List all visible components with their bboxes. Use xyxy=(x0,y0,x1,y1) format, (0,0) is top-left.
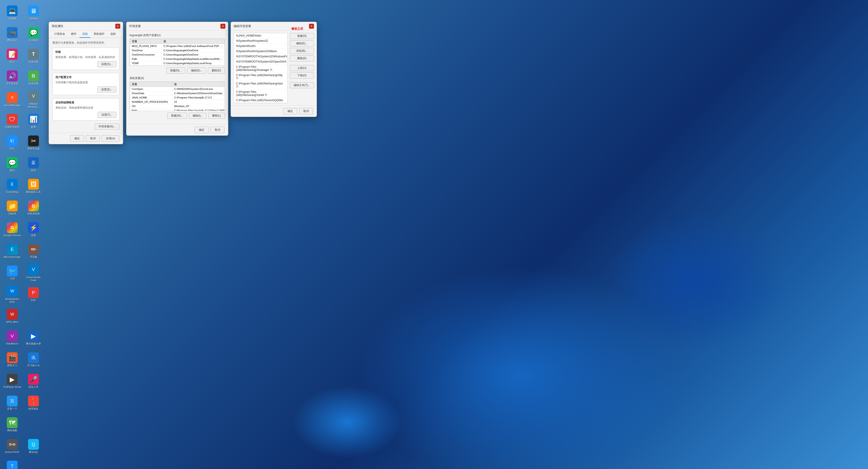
edit-edittext-btn[interactable]: 编辑文本(T)... xyxy=(290,82,314,88)
sys-var-row[interactable]: DriverDataC:\Windows\System32\Drivers\Dr… xyxy=(130,91,225,96)
tab-remote[interactable]: 远程 xyxy=(107,31,119,38)
desktop-icon-map[interactable]: 🗺 网络地图 xyxy=(2,414,22,435)
edit-movedown-btn[interactable]: 下移(O) xyxy=(290,72,314,78)
sys-var-row[interactable]: PathC:\Program Files\Java\jdk-17.0.5\bin… xyxy=(130,108,225,111)
sys-var-row[interactable]: JAVA_HOMEC:\Program Files\Java\jdk-17.0.… xyxy=(130,96,225,100)
sysprops-cancel-btn[interactable]: 取消 xyxy=(86,135,100,142)
desktop-icon-pdf[interactable]: P PDF xyxy=(23,284,43,305)
user-edit-btn[interactable]: 编辑(E)... xyxy=(187,68,206,74)
sysprops-apply-btn[interactable]: 应用(A) xyxy=(102,135,119,142)
edit-env-list-item[interactable]: %SystemRoot%\system32 xyxy=(234,38,287,43)
desktop-icon-clip-intro[interactable]: 🎬 剪辑入门 xyxy=(2,349,22,370)
startup-settings-btn[interactable]: 设置(T)... xyxy=(98,112,116,118)
desktop-icon-potplayer[interactable]: ▶ PotPlayer 64 bit xyxy=(2,371,22,392)
sys-var-row[interactable]: NUMBER_OF_PROCESSORS24 xyxy=(130,100,225,104)
sys-new-btn[interactable]: 新建(W)... xyxy=(167,113,187,119)
envvars-close-btn[interactable]: ✕ xyxy=(220,24,225,29)
user-var-row[interactable]: TMPC:\Users\liuguanglei\AppData\Local\Te… xyxy=(130,65,225,66)
desktop-icon-huorong[interactable]: 🛡 火绒安全软件 xyxy=(2,111,22,131)
desktop-icon-tts[interactable]: 🔊 文字转语音 xyxy=(2,68,22,88)
user-new-btn[interactable]: 新建(N)... xyxy=(166,68,186,74)
desktop-icon-address[interactable]: 📍 收货地址 xyxy=(23,393,43,413)
desktop-icon-chrome-folder[interactable]: G 谷歌浏览器 xyxy=(23,198,43,218)
user-var-row[interactable]: OneDriveConsumerC:\Users\liuguanglei\One… xyxy=(130,53,225,57)
editenv-ok-btn[interactable]: 确定 xyxy=(283,108,297,114)
edit-env-list-item[interactable]: C:\Program Files (x86)\NetSarang\Xpd 7\ xyxy=(234,81,287,90)
user-vars-table-container[interactable]: 变量 值 MOZ_PLUGIN_PATHC:\Program Files (x8… xyxy=(129,39,225,66)
edit-moveup-btn[interactable]: 上移(U) xyxy=(290,65,314,71)
sysprops-ok-btn[interactable]: 确定 xyxy=(70,135,84,142)
tab-computername[interactable]: 计算机名 xyxy=(52,31,68,38)
desktop-icon-notes[interactable]: 📝 笔记 xyxy=(2,46,22,66)
userprofile-settings-btn[interactable]: 设置(E)... xyxy=(97,87,116,93)
desktop-icon-jianying[interactable]: ✂ 剪映专业版 xyxy=(23,133,43,153)
tab-advanced[interactable]: 高级 xyxy=(80,31,90,38)
desktop-icon-vidoimourn[interactable]: V VidoiMourn xyxy=(2,328,22,348)
desktop-icon-handwriting[interactable]: ✏ 手写板 xyxy=(23,241,43,262)
desktop-icon-txdoc[interactable]: T 腾讯文档大师 xyxy=(2,458,22,469)
editenv-close-btn[interactable]: ✕ xyxy=(309,24,314,29)
sys-edit-btn[interactable]: 编辑(I)... xyxy=(189,113,207,119)
envvars-btn[interactable]: 环境变量(N)... xyxy=(95,124,119,130)
tab-hardware[interactable]: 硬件 xyxy=(68,31,79,38)
desktop-icon-xunlei[interactable]: ⚡ 迅雷 xyxy=(23,220,43,240)
edit-env-list[interactable]: %JAVA_HOME%\bin%SystemRoot%\system32%Sys… xyxy=(234,33,287,103)
sys-var-row[interactable]: OSWindows_NT xyxy=(130,104,225,108)
desktop-icon-windonotes[interactable]: W WindoiNotes 2020 xyxy=(2,284,22,305)
user-var-row[interactable]: TEMPC:\Users\liuguanglei\AppData\Local\T… xyxy=(130,61,225,65)
desktop-icon-xunrui[interactable]: X XunruiManager xyxy=(2,90,22,110)
user-var-row[interactable]: PathC:\Users\liuguanglei\AppData\Local\M… xyxy=(130,57,225,61)
desktop-icon-meeting[interactable]: 📹 腾讯会议 xyxy=(2,24,22,45)
desktop-icon-qqvideo[interactable]: ▶ 腾讯视频大师 xyxy=(23,328,43,348)
edit-new-btn[interactable]: 新建(N) xyxy=(290,33,314,39)
desktop-icon-screentogif[interactable]: S>G ScreenToGIF xyxy=(2,436,22,457)
desktop-icon-voice[interactable]: 🎤 语音入手 xyxy=(23,371,43,392)
desktop-icon-wps[interactable]: W WPS office xyxy=(2,306,22,327)
desktop-icon-qq[interactable]: Q 腾讯QQ xyxy=(23,436,43,457)
editenv-cancel-btn[interactable]: 取消 xyxy=(299,108,313,114)
desktop-icon-everything[interactable]: E Everything xyxy=(2,176,22,196)
desktop-icon-pending[interactable]: 📁 待处理 xyxy=(2,198,22,218)
desktop-icon-icontool[interactable]: 🖼 图标提取工具 xyxy=(23,176,43,196)
desktop-icon-wechatwork[interactable]: 💬 企业微信 xyxy=(23,24,43,45)
desktop-icon-todesk[interactable]: 🖥 ToDesk xyxy=(23,3,43,23)
sysprops-close-btn[interactable]: ✕ xyxy=(115,24,120,29)
desktop-icon-vscode[interactable]: V Visual Studio Code xyxy=(23,263,43,283)
user-var-row[interactable]: OneDriveC:\Users\liuguanglei\OneDrive xyxy=(130,48,225,53)
desktop-icon-baidu[interactable]: 百 百度一下 xyxy=(2,393,22,413)
sys-delete-btn[interactable]: 删除(L) xyxy=(209,113,225,119)
edit-env-list-item[interactable]: %SystemRoot% xyxy=(234,43,287,49)
desktop-icon-youdao[interactable]: 有 有道词典 xyxy=(23,68,43,88)
desktop-icon-dingtalk[interactable]: 钉 钉钉 xyxy=(2,133,22,153)
sys-var-row[interactable]: ComSpecC:\WINDOWS\system32\cmd.exe xyxy=(130,87,225,91)
edit-delete-btn[interactable]: 删除(D) xyxy=(290,55,314,61)
envvars-ok-btn[interactable]: 确定 xyxy=(195,127,209,133)
desktop-icon-edge[interactable]: E Microsoft Edge xyxy=(2,241,22,262)
desktop-icon-typora[interactable]: T 有道词典 xyxy=(23,46,43,66)
edit-env-list-item[interactable]: C:\Program Files (x86)\Tencent\QQ\Bin xyxy=(234,98,287,103)
envvars-cancel-btn[interactable]: 取消 xyxy=(211,127,224,133)
desktop-icon-feishu[interactable]: 🐦 飞书 xyxy=(2,263,22,283)
edit-env-list-item[interactable]: %SYSTEMROOT%\System32\OpenSSH\ xyxy=(234,59,287,64)
desktop-icon-lanxin[interactable]: 蓝 蓝信 xyxy=(23,155,43,175)
edit-browse-btn[interactable]: 浏览(B)... xyxy=(290,48,314,54)
desktop-icon-computer[interactable]: 💻 此电脑 xyxy=(2,3,22,23)
edit-env-list-item[interactable]: C:\Program Files (x86)\NetSarang\Xshell … xyxy=(234,90,287,98)
baidu-icon: 百 xyxy=(7,396,18,406)
edit-env-list-item[interactable]: C:\Program Files (x86)\NetSarang\Xmanage… xyxy=(234,64,287,73)
edit-env-list-item[interactable]: %SYSTEMROOT%\System32\WindowsPowerShell\… xyxy=(234,54,287,59)
performance-settings-btn[interactable]: 设置(S)... xyxy=(97,61,116,67)
desktop-icon-vmware[interactable]: V VMware WorkSta... xyxy=(23,90,43,110)
desktop-icon-wechat[interactable]: 💬 微信 xyxy=(2,155,22,175)
sys-vars-table-container[interactable]: 变量 值 ComSpecC:\WINDOWS\system32\cmd.exeD… xyxy=(129,81,225,111)
desktop-icon-caibao[interactable]: 📊 财报 xyxy=(23,111,43,131)
desktop-icon-chrome[interactable]: G Google Chrome xyxy=(2,220,22,240)
edit-env-list-item[interactable]: %SystemRoot%\System32\Wbem xyxy=(234,49,287,54)
desktop-icon-xunfei[interactable]: 讯 讯飞输入法 xyxy=(23,349,43,370)
edit-edit-btn[interactable]: 编辑(E)... xyxy=(290,40,314,46)
edit-env-list-item[interactable]: %JAVA_HOME%\bin xyxy=(234,33,287,38)
edit-env-list-item[interactable]: C:\Program Files (x86)\NetSarang\Xftp 7\ xyxy=(234,73,287,81)
user-var-row[interactable]: MOZ_PLUGIN_PATHC:\Program Files (x86)\Fo… xyxy=(130,44,225,48)
tab-sysprotect[interactable]: 系统保护 xyxy=(91,31,107,38)
user-delete-btn[interactable]: 删除(D) xyxy=(208,68,225,74)
